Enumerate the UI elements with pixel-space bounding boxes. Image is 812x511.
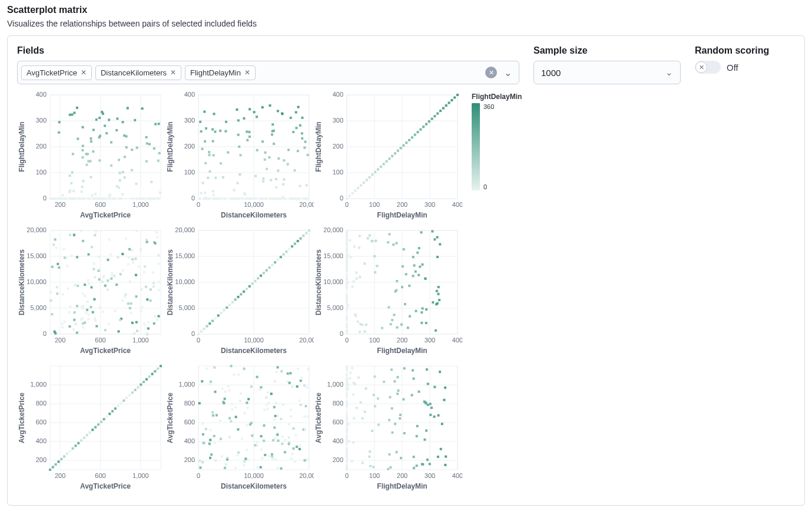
svg-rect-1208	[352, 441, 354, 444]
svg-rect-469	[152, 272, 154, 274]
scatter-cell[interactable]: 01002003004002004006008001,000FlightDela…	[314, 360, 462, 496]
field-tag[interactable]: FlightDelayMin ✕	[185, 65, 256, 80]
scatter-cell[interactable]: 010,00020,0002004006008001,000DistanceKi…	[165, 360, 314, 496]
svg-rect-776	[387, 241, 389, 243]
svg-rect-1114	[388, 453, 390, 456]
svg-rect-757	[356, 271, 358, 273]
svg-rect-316	[204, 140, 206, 143]
svg-rect-121	[118, 159, 120, 161]
svg-rect-1077	[270, 393, 273, 395]
remove-field-icon[interactable]: ✕	[244, 68, 250, 77]
svg-rect-991	[291, 385, 293, 388]
svg-rect-830	[346, 242, 348, 244]
scatter-cell[interactable]: 2006001,00005,00010,00015,00020,000AvgTi…	[17, 225, 165, 360]
svg-rect-640	[263, 272, 265, 274]
svg-rect-617	[197, 333, 200, 335]
svg-rect-1043	[237, 428, 239, 431]
svg-rect-519	[129, 280, 131, 282]
svg-rect-472	[85, 312, 87, 314]
svg-rect-1190	[430, 407, 433, 409]
clear-fields-icon[interactable]: ✕	[485, 67, 497, 78]
svg-rect-221	[224, 197, 226, 200]
open-fields-dropdown-icon[interactable]: ⌄	[501, 67, 515, 78]
svg-rect-829	[403, 248, 405, 250]
svg-rect-462	[88, 253, 90, 256]
svg-rect-235	[227, 151, 229, 154]
svg-rect-973	[273, 426, 276, 428]
scatter-cell[interactable]: 010,00020,0000100200300400DistanceKilome…	[165, 89, 314, 225]
svg-rect-62	[104, 125, 106, 127]
svg-rect-461	[82, 293, 84, 295]
svg-text:400: 400	[36, 91, 47, 98]
field-tag[interactable]: AvgTicketPrice ✕	[21, 65, 92, 80]
remove-field-icon[interactable]: ✕	[81, 68, 87, 77]
scatter-cell[interactable]: 010020030040005,00010,00015,00020,000Fli…	[314, 225, 462, 360]
svg-rect-486	[153, 282, 155, 284]
svg-rect-312	[297, 150, 299, 152]
svg-rect-1169	[427, 383, 429, 385]
svg-rect-222	[224, 130, 227, 133]
svg-rect-591	[121, 253, 124, 255]
svg-rect-1061	[284, 439, 286, 441]
svg-rect-82	[81, 156, 84, 159]
random-scoring-toggle[interactable]: ✕	[695, 61, 721, 74]
svg-rect-176	[121, 193, 124, 196]
svg-rect-981	[227, 385, 230, 387]
svg-rect-210	[237, 182, 239, 184]
svg-rect-308	[213, 154, 215, 156]
svg-rect-780	[367, 237, 369, 239]
svg-rect-877	[100, 421, 102, 423]
svg-rect-164	[62, 197, 64, 200]
svg-rect-1076	[276, 434, 279, 436]
svg-rect-113	[119, 179, 121, 182]
svg-rect-1250	[377, 424, 380, 426]
field-tag-label: DistanceKilometers	[101, 68, 167, 77]
svg-rect-989	[275, 402, 277, 404]
svg-rect-90	[122, 171, 124, 173]
svg-rect-873	[88, 431, 91, 434]
svg-rect-1062	[296, 385, 299, 388]
svg-rect-760	[349, 239, 352, 242]
sample-size-select[interactable]: 1000 ⌄	[533, 61, 681, 84]
svg-rect-449	[155, 232, 158, 234]
svg-rect-653	[300, 238, 302, 240]
svg-rect-463	[84, 321, 86, 324]
svg-rect-254	[259, 197, 261, 200]
svg-rect-525	[94, 317, 96, 319]
svg-rect-1177	[388, 419, 390, 421]
svg-rect-347	[271, 197, 273, 200]
svg-rect-549	[145, 286, 147, 288]
remove-field-icon[interactable]: ✕	[170, 68, 176, 77]
svg-rect-634	[246, 288, 248, 290]
svg-rect-261	[275, 178, 277, 180]
scatter-cell[interactable]: 2006001,0000100200300400AvgTicketPriceFl…	[17, 89, 165, 225]
svg-rect-319	[303, 197, 305, 200]
svg-rect-628	[228, 304, 231, 306]
svg-rect-1245	[346, 378, 348, 380]
svg-rect-1073	[260, 449, 263, 451]
svg-text:5,000: 5,000	[327, 304, 343, 311]
scatter-cell[interactable]: 2006001,0002004006008001,000AvgTicketPri…	[17, 360, 165, 496]
svg-rect-269	[208, 170, 211, 173]
svg-rect-1228	[391, 407, 393, 410]
svg-rect-470	[84, 295, 86, 297]
fields-combobox[interactable]: AvgTicketPrice ✕ DistanceKilometers ✕ Fl…	[17, 61, 519, 84]
svg-rect-809	[346, 324, 348, 326]
scatter-cell[interactable]: 010,00020,00005,00010,00015,00020,000Dis…	[165, 225, 314, 360]
svg-text:20,000: 20,000	[299, 201, 314, 208]
svg-text:0: 0	[43, 194, 47, 202]
svg-text:15,000: 15,000	[175, 252, 195, 259]
svg-rect-346	[265, 197, 267, 200]
svg-rect-582	[158, 289, 160, 291]
scatter-cell[interactable]: 01002003004000100200300400FlightDelayMin…	[314, 89, 462, 225]
svg-rect-774	[365, 324, 367, 326]
svg-rect-1039	[304, 459, 306, 461]
svg-rect-520	[125, 238, 127, 240]
svg-rect-327	[262, 197, 264, 200]
svg-rect-1223	[429, 463, 431, 465]
svg-rect-533	[107, 279, 109, 282]
field-tag[interactable]: DistanceKilometers ✕	[95, 65, 181, 80]
svg-rect-44	[158, 152, 161, 154]
svg-rect-116	[148, 197, 150, 200]
svg-rect-860	[52, 466, 54, 468]
